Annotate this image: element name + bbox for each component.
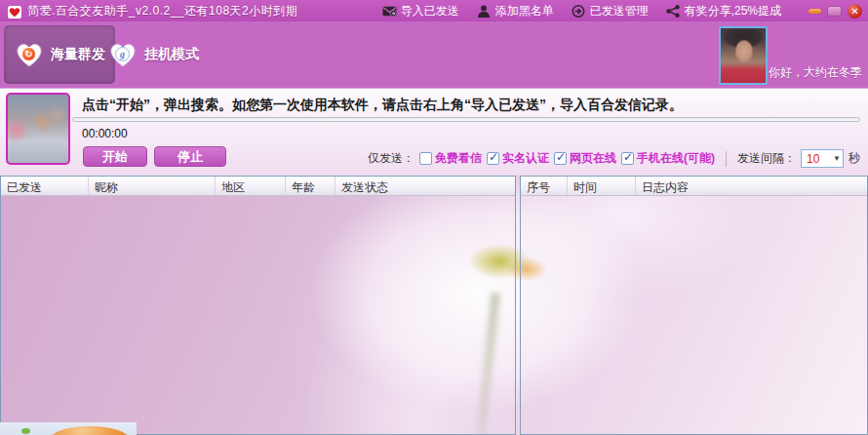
menu-label: 已发送管理 [590,3,649,20]
titlebar-menu: 导入已发送 添加黑名单 已发送管理 有奖分享,25%提成 [382,3,862,20]
sent-list-panel: 已发送 昵称 地区 年龄 发送状态 [0,176,516,435]
instruction-strip: 点击“开始”，弹出搜索。如您第一次使用本软件，请点击右上角“导入已发送”，导入百… [0,88,868,124]
log-list-body[interactable] [521,196,867,435]
sent-manage-button[interactable]: 已发送管理 [572,3,649,20]
envelope-import-icon [382,5,397,18]
import-sent-button[interactable]: 导入已发送 [382,3,459,20]
column-header[interactable]: 时间 [568,177,636,195]
control-strip: 00:00:00 开始 停止 仅发送： 免费看信 实名认证 网页在线 手机在线(… [0,124,868,176]
tray-button[interactable] [827,6,842,17]
g-badge-icon: g [115,47,130,61]
filter-label: 仅发送： [368,150,414,167]
app-window: 简爱.百合交友助手_v2.0.2__还有108天2小时到期 导入已发送 添加黑名… [0,0,868,435]
start-button[interactable]: 开始 [83,146,147,167]
promo-thumbnail[interactable] [6,93,70,165]
arrow-circle-icon [572,5,586,18]
tab-label: 挂机模式 [144,46,199,63]
checkbox-label: 手机在线(可能) [637,150,715,167]
interval-select[interactable]: 10 ▼ [801,149,844,168]
titlebar: 简爱.百合交友助手_v2.0.2__还有108天2小时到期 导入已发送 添加黑名… [0,0,868,21]
column-header[interactable]: 日志内容 [636,177,867,195]
minimize-button[interactable] [809,9,821,14]
menu-label: 导入已发送 [401,3,459,20]
chevron-down-icon: ▼ [833,154,841,163]
idle-mode-heart-icon: g [107,40,138,69]
close-button[interactable]: ✕ [848,4,862,19]
app-heart-icon [8,5,21,18]
progress-bar [72,117,860,122]
column-header[interactable]: 已发送 [1,177,89,195]
stop-button[interactable]: 停止 [154,146,226,167]
log-list-panel: 序号 时间 日志内容 [520,176,868,435]
user-greeting: 你好，大约在冬季 [769,64,862,81]
menu-label: 有奖分享,25%提成 [685,3,781,20]
divider [726,151,727,167]
column-header[interactable]: 年龄 [286,177,335,195]
checkbox-icon[interactable] [554,152,567,165]
share-icon [666,5,681,18]
tab-idle-mode[interactable]: g 挂机模式 [98,25,209,84]
checkbox-mobile-online[interactable]: 手机在线(可能) [621,150,715,167]
main-area: 已发送 昵称 地区 年龄 发送状态 序号 时间 日志内容 [0,176,868,435]
checkbox-label: 网页在线 [570,150,616,167]
sent-list-header: 已发送 昵称 地区 年龄 发送状态 [1,177,515,196]
checkbox-label: 实名认证 [502,150,549,167]
desktop-icon-fragment [21,428,30,434]
checkbox-web-online[interactable]: 网页在线 [554,150,616,167]
interval-label: 发送间隔： [737,150,796,167]
share-reward-button[interactable]: 有奖分享,25%提成 [666,3,781,20]
checkbox-icon[interactable] [487,152,499,165]
elapsed-timer: 00:00:00 [82,127,128,140]
checkbox-free-read[interactable]: 免费看信 [419,150,482,167]
user-avatar[interactable] [719,26,768,85]
window-title: 简爱.百合交友助手_v2.0.2__还有108天2小时到期 [27,3,297,20]
menu-label: 添加黑名单 [495,3,554,20]
column-header[interactable]: 发送状态 [335,177,515,195]
instruction-text: 点击“开始”，弹出搜索。如您第一次使用本软件，请点击右上角“导入已发送”，导入百… [82,97,683,114]
interval-unit: 秒 [848,150,860,167]
person-add-icon [477,5,492,18]
sent-list-body[interactable] [1,196,515,435]
desktop-icon-fragment [51,426,129,435]
send-filters: 仅发送： 免费看信 实名认证 网页在线 手机在线(可能) 发送间隔： 10 ▼ [368,149,860,168]
column-header[interactable]: 昵称 [89,177,216,195]
desktop-peek [0,422,137,435]
add-blacklist-button[interactable]: 添加黑名单 [477,3,554,20]
checkbox-verified[interactable]: 实名认证 [487,150,549,167]
tabbar: ↻ 海量群发 g 挂机模式 你好，大约在冬季 [0,21,868,88]
column-header[interactable]: 地区 [216,177,286,195]
log-list-header: 序号 时间 日志内容 [521,177,867,196]
checkbox-icon[interactable] [419,152,432,165]
window-buttons: ✕ [809,4,862,19]
interval-value: 10 [807,152,819,166]
checkbox-label: 免费看信 [435,150,482,167]
checkbox-icon[interactable] [621,152,634,165]
column-header[interactable]: 序号 [521,177,568,195]
mass-send-heart-icon: ↻ [14,40,45,69]
refresh-badge-icon: ↻ [21,47,36,61]
